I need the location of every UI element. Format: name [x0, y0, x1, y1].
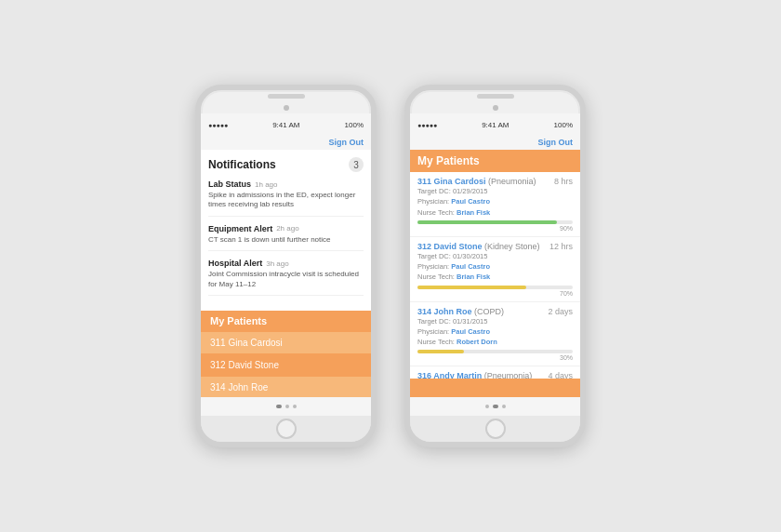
progress-bar-312 [417, 286, 573, 289]
left-phone-content: Notifications 3 Lab Status 1h ago Spike … [201, 150, 371, 397]
sign-out-button-left[interactable]: Sign Out [329, 138, 364, 147]
header-right: Sign Out [410, 136, 580, 150]
patient-item-311[interactable]: 311 Gina Cardosi [201, 332, 371, 353]
notif-time-3: 3h ago [266, 259, 288, 268]
patient-card-312[interactable]: 312 David Stone (Kidney Stone) 12 hrs Ta… [410, 237, 580, 302]
notif-title-3: Hospital Alert [208, 259, 262, 268]
progress-fill-312 [417, 286, 526, 289]
notif-item-3: Hospital Alert 3h ago Joint Commission i… [208, 259, 364, 296]
patient-name-314: 314 John Roe (COPD) [417, 307, 504, 316]
signal-icon: ●●●●● [208, 122, 228, 128]
bottom-orange-bar [410, 379, 580, 397]
patient-hours-311: 8 hrs [554, 177, 573, 186]
signal-icon-right: ●●●●● [417, 122, 437, 128]
notif-text-2: CT scan 1 is down until further notice [208, 235, 364, 245]
time-left: 9:41 AM [272, 121, 299, 129]
header-left: Sign Out [201, 136, 371, 150]
progress-fill-314 [417, 350, 464, 353]
right-phone-content: My Patients 311 Gina Cardosi (Pneumonia)… [410, 150, 580, 397]
notif-header: Notifications 3 [208, 157, 364, 172]
patients-header-right: My Patients [410, 150, 580, 172]
progress-label-312: 70% [417, 290, 573, 297]
sign-out-button-right[interactable]: Sign Out [538, 138, 574, 147]
notif-item-1: Lab Status 1h ago Spike in admissions in… [208, 180, 364, 217]
notif-time-1: 1h ago [255, 180, 277, 189]
progress-label-314: 30% [417, 354, 573, 361]
progress-fill-311 [417, 220, 557, 224]
home-button-right[interactable] [485, 419, 506, 439]
notif-title-2: Equipment Alert [208, 224, 272, 233]
battery-left: 100% [345, 121, 364, 129]
patient-hours-314: 2 days [548, 307, 573, 316]
speaker [268, 94, 305, 99]
patient-card-311[interactable]: 311 Gina Cardosi (Pneumonia) 8 hrs Targe… [410, 172, 580, 237]
battery-right: 100% [554, 121, 573, 129]
left-phone: ●●●●● 9:41 AM 100% Sign Out Notification… [195, 85, 377, 447]
status-bar-left: ●●●●● 9:41 AM 100% [201, 113, 371, 136]
patient-item-314[interactable]: 314 John Roe [201, 377, 371, 397]
patient-name-311: 311 Gina Cardosi (Pneumonia) [417, 177, 536, 186]
patient-meta-312: Target DC: 01/30/2015 Physician: Paul Ca… [417, 251, 573, 283]
patient-meta-311: Target DC: 01/29/2015 Physician: Paul Ca… [417, 186, 573, 218]
dot-active [276, 405, 282, 408]
patient-detail-list: 311 Gina Cardosi (Pneumonia) 8 hrs Targe… [410, 172, 580, 379]
nav-dots-left [201, 397, 371, 416]
notif-text-3: Joint Commission intracycle visit is sch… [208, 270, 364, 289]
home-button-area-right [410, 416, 580, 442]
right-phone: ●●●●● 9:41 AM 100% Sign Out My Patients … [404, 85, 586, 447]
time-right: 9:41 AM [482, 121, 509, 129]
dot-r-active [493, 405, 498, 408]
dot-r1 [485, 405, 489, 408]
dot-2 [293, 405, 297, 408]
patient-name-312: 312 David Stone (Kidney Stone) [417, 242, 540, 251]
camera-right [493, 105, 498, 111]
patient-meta-314: Target DC: 01/31/2015 Physician: Paul Ca… [417, 316, 573, 348]
progress-bar-311 [417, 220, 573, 224]
nav-dots-right [410, 397, 580, 416]
speaker-right [477, 94, 514, 99]
patient-item-312[interactable]: 312 David Stone [201, 354, 371, 376]
patients-title-left: My Patients [201, 311, 371, 331]
notif-title: Notifications [208, 158, 276, 171]
progress-label-311: 90% [417, 225, 573, 232]
patient-hours-312: 12 hrs [549, 242, 573, 251]
patient-name-316: 316 Andy Martin (Pneumonia) [417, 371, 532, 379]
status-bar-right: ●●●●● 9:41 AM 100% [410, 113, 580, 136]
notif-time-2: 2h ago [276, 224, 298, 233]
notif-text-1: Spike in admissions in the ED, expect lo… [208, 191, 364, 210]
home-button-left[interactable] [276, 419, 297, 439]
dot-1 [285, 405, 289, 408]
notifications-section: Notifications 3 Lab Status 1h ago Spike … [201, 150, 371, 311]
home-button-area-left [201, 416, 371, 442]
progress-bar-314 [417, 350, 573, 353]
phones-scene: ●●●●● 9:41 AM 100% Sign Out Notification… [195, 85, 586, 447]
patient-hours-316: 4 days [548, 371, 573, 379]
patient-card-316[interactable]: 316 Andy Martin (Pneumonia) 4 days Targe… [410, 366, 580, 379]
patients-section-left: My Patients 311 Gina Cardosi 312 David S… [201, 311, 371, 397]
notif-count: 3 [349, 157, 364, 172]
camera [284, 105, 289, 111]
notif-title-1: Lab Status [208, 180, 251, 189]
patient-card-314[interactable]: 314 John Roe (COPD) 2 days Target DC: 01… [410, 302, 580, 367]
dot-r2 [502, 405, 506, 408]
notif-item-2: Equipment Alert 2h ago CT scan 1 is down… [208, 224, 364, 251]
